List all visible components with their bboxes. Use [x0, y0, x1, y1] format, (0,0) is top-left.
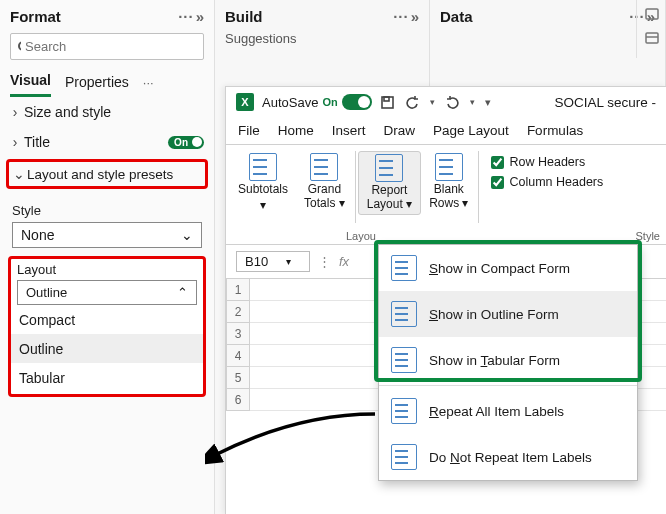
- section-layout-presets[interactable]: ⌄Layout and style presets: [6, 159, 208, 189]
- right-sliver: [636, 0, 666, 58]
- undo-icon[interactable]: [405, 95, 420, 110]
- undo-dropdown-icon[interactable]: ▾: [430, 97, 435, 107]
- layout-icon: [391, 255, 417, 281]
- chevron-down-icon: ⌄: [181, 227, 193, 243]
- fx-separator-icon: ⋮: [318, 254, 331, 269]
- chevron-up-icon: ⌃: [177, 285, 188, 300]
- menu-no-repeat-labels[interactable]: Do Not Repeat Item Labels: [379, 434, 637, 480]
- tabs-more-icon[interactable]: ···: [143, 75, 154, 90]
- redo-dropdown-icon[interactable]: ▾: [470, 97, 475, 107]
- tab-properties[interactable]: Properties: [65, 70, 129, 96]
- menu-outline-form[interactable]: Show in Outline Form: [379, 291, 637, 337]
- chevron-down-icon: ▾: [286, 256, 291, 267]
- style-label: Style: [0, 197, 214, 220]
- group-label-style: Style: [636, 230, 660, 242]
- tab-insert[interactable]: Insert: [332, 123, 366, 144]
- report-layout-menu: Show in Compact Form Show in Outline For…: [378, 244, 638, 481]
- tab-formulas[interactable]: Formulas: [527, 123, 583, 144]
- layout-option-tabular[interactable]: Tabular: [11, 363, 203, 392]
- fx-icon[interactable]: fx: [339, 254, 349, 269]
- tab-file[interactable]: File: [238, 123, 260, 144]
- more-icon[interactable]: ···: [393, 8, 409, 25]
- chevron-right-icon[interactable]: »: [411, 8, 419, 25]
- search-input[interactable]: [21, 36, 197, 57]
- layout-select[interactable]: Outline ⌃: [17, 280, 197, 305]
- document-title: SOCIAL secure -: [554, 95, 656, 110]
- section-title[interactable]: ›Title On: [0, 127, 214, 157]
- redo-icon[interactable]: [445, 95, 460, 110]
- menu-compact-form[interactable]: Show in Compact Form: [379, 245, 637, 291]
- build-subtitle: Suggestions: [215, 29, 429, 52]
- column-headers-checkbox[interactable]: Column Headers: [491, 175, 603, 189]
- autosave-toggle[interactable]: [342, 94, 372, 110]
- layout-label: Layout: [11, 259, 203, 278]
- style-select[interactable]: None ⌄: [12, 222, 202, 248]
- chevron-down-icon: ⌄: [13, 166, 23, 182]
- format-pane: Format ···» Visual Properties ··· ›Size …: [0, 0, 215, 514]
- chevron-right-icon[interactable]: »: [196, 8, 204, 25]
- data-title: Data: [440, 8, 473, 25]
- row-headers-checkbox[interactable]: Row Headers: [491, 155, 603, 169]
- title-toggle[interactable]: On: [168, 136, 204, 149]
- panel-icon[interactable]: [644, 30, 660, 46]
- chevron-down-icon: ▾: [260, 199, 266, 213]
- svg-rect-6: [384, 97, 389, 101]
- save-icon[interactable]: [380, 95, 395, 110]
- tab-page-layout[interactable]: Page Layout: [433, 123, 509, 144]
- subtotals-icon: [249, 153, 277, 181]
- tab-home[interactable]: Home: [278, 123, 314, 144]
- group-label-layout: Layou: [346, 230, 376, 242]
- chevron-right-icon: ›: [10, 104, 20, 120]
- section-size-style[interactable]: ›Size and style: [0, 97, 214, 127]
- ribbon-tabs: File Home Insert Draw Page Layout Formul…: [226, 117, 666, 145]
- qat-customize-icon[interactable]: ▾: [485, 96, 491, 109]
- more-icon[interactable]: ···: [178, 8, 194, 25]
- ribbon: Subtotals ▾ GrandTotals ▾ ReportLayout ▾…: [226, 145, 666, 245]
- excel-logo-icon: X: [236, 93, 254, 111]
- chevron-right-icon: ›: [10, 134, 20, 150]
- tab-visual[interactable]: Visual: [10, 68, 51, 97]
- autosave-state: On: [322, 96, 337, 108]
- panel-icon[interactable]: [644, 6, 660, 22]
- name-box[interactable]: B10▾: [236, 251, 310, 272]
- autosave-label: AutoSave: [262, 95, 318, 110]
- tab-draw[interactable]: Draw: [384, 123, 416, 144]
- menu-repeat-labels[interactable]: Repeat All Item Labels: [379, 388, 637, 434]
- report-layout-icon: [375, 154, 403, 182]
- format-title: Format: [10, 8, 61, 25]
- layout-icon: [391, 347, 417, 373]
- layout-select-block: Layout Outline ⌃ Compact Outline Tabular: [8, 256, 206, 397]
- layout-option-outline[interactable]: Outline: [11, 334, 203, 363]
- report-layout-button[interactable]: ReportLayout ▾: [365, 152, 414, 214]
- layout-icon: [391, 301, 417, 327]
- annotation-arrow: [205, 408, 385, 478]
- blank-rows-icon: [435, 153, 463, 181]
- grand-totals-icon: [310, 153, 338, 181]
- layout-option-compact[interactable]: Compact: [11, 305, 203, 334]
- blank-rows-button[interactable]: BlankRows ▾: [427, 151, 470, 213]
- row-headers: 123 456: [226, 279, 250, 411]
- search-input-wrap[interactable]: [10, 33, 204, 60]
- layout-icon: [391, 444, 417, 470]
- svg-rect-2: [646, 9, 658, 19]
- build-title: Build: [225, 8, 263, 25]
- layout-icon: [391, 398, 417, 424]
- grand-totals-button[interactable]: GrandTotals ▾: [302, 151, 347, 213]
- svg-rect-3: [646, 33, 658, 43]
- subtotals-button[interactable]: Subtotals ▾: [236, 151, 290, 215]
- menu-tabular-form[interactable]: Show in Tabular Form: [379, 337, 637, 383]
